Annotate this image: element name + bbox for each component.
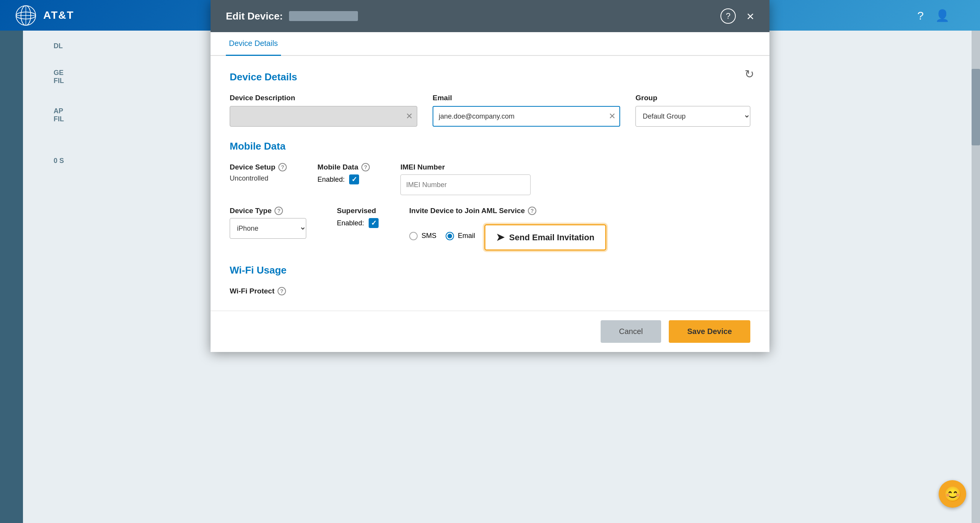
group-label: Group [635, 94, 750, 102]
email-invite-label: Email [458, 232, 475, 240]
att-globe-icon [15, 5, 36, 26]
device-type-group: Device Type ? iPhone iPad Android Other [230, 207, 306, 239]
send-arrow-icon: ➤ [496, 231, 505, 243]
modal-help-button[interactable]: ? [720, 8, 736, 24]
device-setup-value: Uncontrolled [230, 174, 287, 182]
mobile-data-enabled-label: Enabled: [317, 176, 345, 184]
email-input[interactable] [433, 106, 620, 127]
invite-device-group: Invite Device to Join AML Service ? SMS … [409, 207, 606, 251]
modal-title-icons: ? × [720, 8, 754, 24]
sms-radio[interactable] [409, 232, 418, 240]
invite-device-help-icon[interactable]: ? [528, 207, 536, 215]
email-radio[interactable] [446, 232, 454, 240]
device-details-section: Device Details Device Description ✕ Emai… [230, 71, 750, 127]
device-description-clear-btn[interactable]: ✕ [406, 112, 413, 121]
modal-titlebar: Edit Device: ? × [211, 0, 769, 32]
device-setup-help-icon[interactable]: ? [278, 163, 287, 171]
supervised-checkbox[interactable] [369, 218, 379, 228]
tab-bar: Device Details [211, 32, 769, 56]
wifi-protect-help-icon[interactable]: ? [278, 287, 286, 295]
scrollbar[interactable] [972, 31, 980, 523]
device-description-label: Device Description [230, 94, 417, 102]
imei-input[interactable] [400, 174, 531, 195]
device-description-field-wrapper: ✕ [230, 106, 417, 127]
device-setup-group: Device Setup ? Uncontrolled [230, 163, 287, 182]
mobile-data-heading: Mobile Data [230, 140, 750, 152]
bg-row-1: DL [54, 42, 63, 50]
group-select[interactable]: Default Group Group A Group B [635, 106, 750, 127]
cancel-button[interactable]: Cancel [601, 320, 661, 343]
supervised-label: Supervised [337, 207, 379, 215]
wifi-section: Wi-Fi Usage Wi-Fi Protect ? [230, 264, 750, 295]
email-label: Email [433, 94, 620, 102]
help-icon[interactable]: ? [917, 9, 924, 22]
bg-row-3: APFIL [54, 107, 64, 123]
device-description-group: Device Description ✕ [230, 94, 417, 127]
sms-radio-item[interactable]: SMS [409, 232, 436, 240]
support-chat-bubble[interactable]: 😊 [939, 480, 966, 508]
device-details-form-row: Device Description ✕ Email ✕ G [230, 94, 750, 127]
supervised-group: Supervised Enabled: [337, 207, 379, 228]
sms-label: SMS [421, 232, 436, 240]
email-clear-btn[interactable]: ✕ [609, 112, 616, 121]
email-group: Email ✕ [433, 94, 620, 127]
send-email-invitation-button[interactable]: ➤ Send Email Invitation [484, 224, 606, 251]
modal-title-text: Edit Device: [226, 10, 283, 22]
email-radio-item[interactable]: Email [446, 232, 475, 240]
header-icons: ? 👤 [917, 9, 949, 22]
modal-close-button[interactable]: × [746, 10, 754, 23]
device-setup-row: Device Setup ? Uncontrolled Mobile Data … [230, 163, 750, 195]
invite-device-controls: SMS Email ➤ Send Email Invitation [409, 221, 606, 251]
supervised-enabled-label: Enabled: [337, 219, 364, 227]
mobile-data-checkbox-row: Enabled: [317, 174, 370, 184]
modal-body: ↻ Device Details Device Description ✕ Em… [211, 56, 769, 311]
refresh-icon[interactable]: ↻ [745, 67, 754, 81]
email-field-wrapper: ✕ [433, 106, 620, 127]
imei-label: IMEI Number [400, 163, 531, 171]
bg-sidebar [0, 31, 23, 523]
group-group: Group Default Group Group A Group B [635, 94, 750, 127]
save-device-button[interactable]: Save Device [669, 320, 750, 343]
bg-row-4: 0 S [54, 157, 64, 165]
device-setup-label: Device Setup ? [230, 163, 287, 171]
wifi-heading: Wi-Fi Usage [230, 264, 750, 276]
mobile-data-help-icon[interactable]: ? [361, 163, 370, 171]
edit-device-modal: Edit Device: ? × Device Details ↻ Device… [211, 0, 769, 352]
support-bubble-icon: 😊 [944, 486, 962, 502]
device-description-input[interactable] [230, 106, 417, 127]
user-icon[interactable]: 👤 [935, 9, 949, 22]
device-type-help-icon[interactable]: ? [274, 207, 283, 215]
mobile-data-field-group: Mobile Data ? Enabled: [317, 163, 370, 184]
invite-device-label: Invite Device to Join AML Service ? [409, 207, 606, 215]
mobile-data-section: Mobile Data Device Setup ? Uncontrolled … [230, 140, 750, 251]
device-type-select[interactable]: iPhone iPad Android Other [230, 218, 306, 239]
supervised-checkbox-row: Enabled: [337, 218, 379, 228]
imei-group: IMEI Number [400, 163, 531, 195]
send-email-button-label: Send Email Invitation [509, 233, 594, 243]
device-type-row: Device Type ? iPhone iPad Android Other … [230, 207, 750, 251]
mobile-data-label: Mobile Data ? [317, 163, 370, 171]
wifi-protect-label: Wi-Fi Protect ? [230, 287, 750, 295]
tab-device-details[interactable]: Device Details [226, 32, 281, 56]
scrollbar-thumb[interactable] [972, 69, 980, 145]
att-logo: AT&T [15, 5, 74, 26]
modal-title: Edit Device: [226, 10, 358, 22]
device-type-label: Device Type ? [230, 207, 306, 215]
device-details-heading: Device Details [230, 71, 750, 83]
brand-name: AT&T [43, 9, 74, 21]
modal-title-redacted [289, 11, 358, 21]
modal-footer: Cancel Save Device [211, 311, 769, 352]
bg-row-2: GEFIL [54, 69, 64, 85]
mobile-data-checkbox[interactable] [349, 174, 359, 184]
